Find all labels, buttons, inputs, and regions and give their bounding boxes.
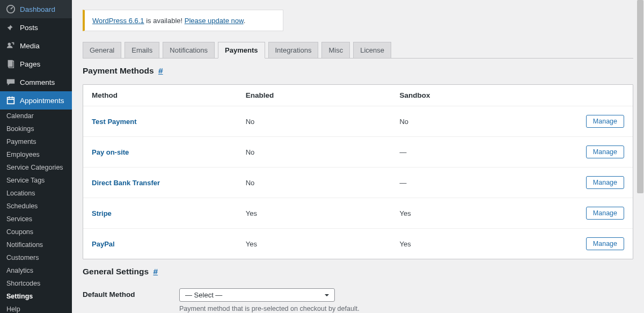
enabled-cell: Yes	[237, 198, 391, 229]
sandbox-cell: —	[391, 137, 545, 168]
payment-methods-table: Method Enabled Sandbox Test PaymentNoNoM…	[83, 84, 633, 259]
tab-general[interactable]: General	[83, 42, 121, 58]
subnav-item[interactable]: Settings	[0, 290, 72, 303]
nav-label: Appointments	[20, 97, 64, 105]
default-method-label: Default Method	[83, 288, 179, 299]
subnav-item[interactable]: Locations	[0, 187, 72, 200]
sandbox-cell: Yes	[391, 198, 545, 229]
default-method-description: Payment method that is pre-selected on c…	[179, 305, 360, 312]
admin-sidebar: Dashboard Posts Media Pages Comments App…	[0, 0, 72, 313]
nav-comments[interactable]: Comments	[0, 73, 72, 91]
table-row: StripeYesYesManage	[83, 198, 633, 229]
svg-point-1	[8, 43, 11, 46]
subnav-item[interactable]: Schedules	[0, 200, 72, 213]
subnav-item[interactable]: Employees	[0, 148, 72, 161]
manage-button[interactable]: Manage	[586, 176, 624, 189]
subnav-item[interactable]: Services	[0, 213, 72, 225]
svg-rect-4	[8, 98, 14, 104]
manage-button[interactable]: Manage	[586, 237, 624, 250]
update-notice: WordPress 6.6.1 is available! Please upd…	[83, 10, 283, 31]
settings-tabs: GeneralEmailsNotificationsPaymentsIntegr…	[83, 42, 633, 59]
main-content: WordPress 6.6.1 is available! Please upd…	[72, 0, 644, 313]
default-method-row: Default Method — Select — Payment method…	[83, 288, 633, 312]
tab-notifications[interactable]: Notifications	[163, 42, 215, 58]
col-header-enabled: Enabled	[237, 85, 391, 106]
table-row: Direct Bank TransferNo—Manage	[83, 168, 633, 198]
enabled-cell: No	[237, 106, 391, 137]
nav-pages[interactable]: Pages	[0, 55, 72, 73]
payment-method-link[interactable]: Test Payment	[92, 118, 137, 126]
tab-license[interactable]: License	[353, 42, 391, 58]
nav-appointments[interactable]: Appointments	[0, 91, 72, 110]
col-header-sandbox: Sandbox	[391, 85, 545, 106]
media-icon	[5, 40, 16, 51]
subnav-item[interactable]: Payments	[0, 135, 72, 148]
general-settings-heading: General Settings #	[83, 267, 633, 276]
table-row: Pay on-siteNo—Manage	[83, 137, 633, 168]
subnav-item[interactable]: Notifications	[0, 238, 72, 251]
scrollbar[interactable]	[636, 0, 644, 313]
nav-label: Comments	[20, 78, 55, 86]
calendar-icon	[5, 95, 16, 106]
sandbox-cell: No	[391, 106, 545, 137]
wordpress-version-link[interactable]: WordPress 6.6.1	[92, 17, 144, 25]
manage-button[interactable]: Manage	[586, 207, 624, 220]
manage-button[interactable]: Manage	[586, 115, 624, 128]
subnav-item[interactable]: Help	[0, 303, 72, 313]
update-now-link[interactable]: Please update now	[185, 17, 244, 25]
dashboard-icon	[5, 4, 16, 14]
anchor-link[interactable]: #	[153, 267, 158, 276]
pages-icon	[5, 59, 16, 69]
default-method-select[interactable]: — Select —	[179, 288, 335, 302]
subnav-item[interactable]: Analytics	[0, 264, 72, 277]
payment-method-link[interactable]: Pay on-site	[92, 148, 129, 156]
nav-posts[interactable]: Posts	[0, 18, 72, 37]
subnav-item[interactable]: Shortcodes	[0, 277, 72, 290]
nav-label: Pages	[20, 60, 40, 68]
enabled-cell: No	[237, 168, 391, 198]
payment-method-link[interactable]: Stripe	[92, 209, 112, 217]
payment-methods-heading: Payment Methods #	[83, 66, 633, 76]
subnav-item[interactable]: Coupons	[0, 225, 72, 238]
subnav-item[interactable]: Bookings	[0, 122, 72, 135]
comments-icon	[5, 77, 16, 88]
subnav-item[interactable]: Service Tags	[0, 174, 72, 187]
tab-emails[interactable]: Emails	[125, 42, 159, 58]
nav-label: Media	[20, 42, 40, 50]
tab-integrations[interactable]: Integrations	[268, 42, 319, 58]
subnav-item[interactable]: Customers	[0, 251, 72, 264]
nav-media[interactable]: Media	[0, 37, 72, 55]
enabled-cell: No	[237, 137, 391, 168]
sandbox-cell: —	[391, 168, 545, 198]
payment-method-link[interactable]: Direct Bank Transfer	[92, 179, 160, 187]
col-header-actions	[545, 85, 633, 106]
table-row: Test PaymentNoNoManage	[83, 106, 633, 137]
nav-dashboard[interactable]: Dashboard	[0, 0, 72, 18]
subnav-item[interactable]: Service Categories	[0, 161, 72, 174]
notice-text: is available!	[144, 17, 185, 25]
nav-label: Posts	[20, 24, 38, 32]
subnav: CalendarBookingsPaymentsEmployeesService…	[0, 110, 72, 313]
manage-button[interactable]: Manage	[586, 145, 624, 158]
payment-method-link[interactable]: PayPal	[92, 240, 115, 248]
subnav-item[interactable]: Calendar	[0, 110, 72, 122]
nav-label: Dashboard	[20, 5, 55, 13]
pin-icon	[5, 22, 16, 33]
sandbox-cell: Yes	[391, 229, 545, 259]
tab-misc[interactable]: Misc	[321, 42, 350, 58]
enabled-cell: Yes	[237, 229, 391, 259]
scrollbar-thumb[interactable]	[637, 0, 643, 193]
anchor-link[interactable]: #	[158, 66, 163, 75]
tab-payments[interactable]: Payments	[218, 42, 265, 59]
spinner-icon	[267, 16, 275, 25]
table-row: PayPalYesYesManage	[83, 229, 633, 259]
col-header-method: Method	[83, 85, 237, 106]
